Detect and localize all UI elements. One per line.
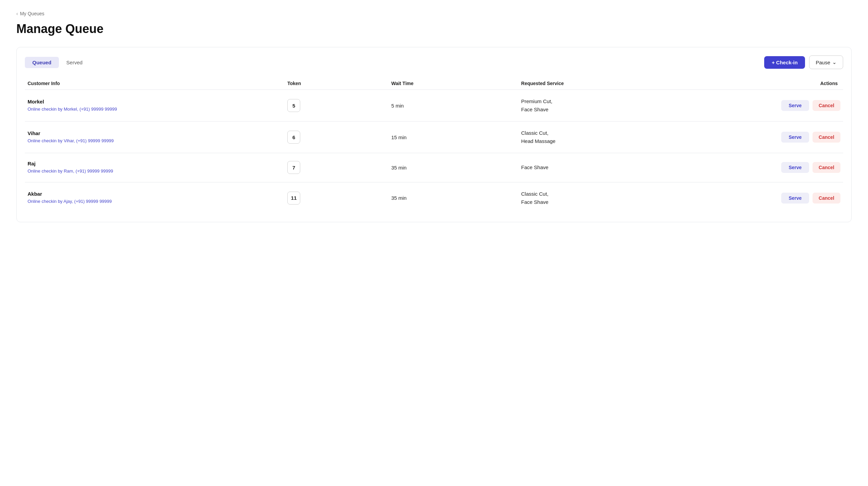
token-cell-3: 11 [285, 192, 388, 205]
tab-bar: Queued Served + Check-in Pause ⌄ [25, 55, 843, 69]
token-cell-2: 7 [285, 161, 388, 174]
customer-name-3: Akbar [28, 191, 282, 197]
main-card: Queued Served + Check-in Pause ⌄ Custome… [16, 47, 852, 222]
customer-info-2: Raj Online checkin by Ram, (+91) 99999 9… [25, 161, 285, 175]
wait-time-1: 15 min [388, 134, 518, 140]
customer-info-3: Akbar Online checkin by Ajay, (+91) 9999… [25, 191, 285, 205]
serve-button-2[interactable]: Serve [781, 162, 809, 173]
table-body: Morkel Online checkin by Morkel, (+91) 9… [25, 90, 843, 214]
serve-button-1[interactable]: Serve [781, 132, 809, 143]
tab-served[interactable]: Served [59, 57, 90, 68]
token-cell-1: 6 [285, 131, 388, 144]
table-row: Morkel Online checkin by Morkel, (+91) 9… [25, 90, 843, 122]
table-row: Akbar Online checkin by Ajay, (+91) 9999… [25, 182, 843, 214]
customer-name-2: Raj [28, 161, 282, 166]
col-token: Token [285, 81, 388, 86]
pause-chevron-icon: ⌄ [832, 59, 837, 65]
customer-info-1: Vihar Online checkin by Vihar, (+91) 999… [25, 130, 285, 144]
serve-button-3[interactable]: Serve [781, 193, 809, 204]
table-header: Customer Info Token Wait Time Requested … [25, 77, 843, 90]
cancel-button-3[interactable]: Cancel [813, 193, 840, 204]
customer-sub-3: Online checkin by Ajay, (+91) 99999 9999… [28, 198, 282, 205]
col-actions: Actions [713, 81, 843, 86]
table-row: Raj Online checkin by Ram, (+91) 99999 9… [25, 153, 843, 182]
action-buttons: + Check-in Pause ⌄ [764, 55, 843, 69]
wait-time-0: 5 min [388, 103, 518, 109]
serve-button-0[interactable]: Serve [781, 100, 809, 111]
token-badge-1: 6 [287, 131, 300, 144]
col-customer: Customer Info [25, 81, 285, 86]
customer-name-1: Vihar [28, 130, 282, 136]
cancel-button-0[interactable]: Cancel [813, 100, 840, 111]
page-title: Manage Queue [16, 22, 852, 36]
wait-time-3: 35 min [388, 195, 518, 201]
service-cell-2: Face Shave [518, 163, 713, 172]
wait-time-2: 35 min [388, 165, 518, 171]
col-service: Requested Service [518, 81, 713, 86]
token-badge-3: 11 [287, 192, 300, 205]
col-wait: Wait Time [388, 81, 518, 86]
actions-cell-3: Serve Cancel [713, 193, 843, 204]
tabs: Queued Served [25, 57, 90, 68]
breadcrumb[interactable]: ‹ My Queues [16, 11, 852, 16]
service-cell-3: Classic Cut,Face Shave [518, 190, 713, 206]
service-cell-0: Premium Cut,Face Shave [518, 97, 713, 114]
pause-button[interactable]: Pause ⌄ [809, 55, 843, 69]
pause-label: Pause [816, 60, 830, 65]
actions-cell-0: Serve Cancel [713, 100, 843, 111]
actions-cell-2: Serve Cancel [713, 162, 843, 173]
cancel-button-1[interactable]: Cancel [813, 132, 840, 143]
back-chevron-icon: ‹ [16, 11, 18, 16]
service-cell-1: Classic Cut,Head Massage [518, 129, 713, 145]
breadcrumb-label: My Queues [20, 11, 45, 16]
token-badge-0: 5 [287, 99, 300, 112]
table-row: Vihar Online checkin by Vihar, (+91) 999… [25, 122, 843, 153]
customer-sub-1: Online checkin by Vihar, (+91) 99999 999… [28, 137, 282, 144]
token-badge-2: 7 [287, 161, 300, 174]
token-cell-0: 5 [285, 99, 388, 112]
customer-info-0: Morkel Online checkin by Morkel, (+91) 9… [25, 99, 285, 113]
actions-cell-1: Serve Cancel [713, 132, 843, 143]
customer-sub-2: Online checkin by Ram, (+91) 99999 99999 [28, 168, 282, 175]
cancel-button-2[interactable]: Cancel [813, 162, 840, 173]
customer-sub-0: Online checkin by Morkel, (+91) 99999 99… [28, 106, 282, 113]
tab-queued[interactable]: Queued [25, 57, 59, 68]
checkin-button[interactable]: + Check-in [764, 56, 805, 69]
customer-name-0: Morkel [28, 99, 282, 104]
